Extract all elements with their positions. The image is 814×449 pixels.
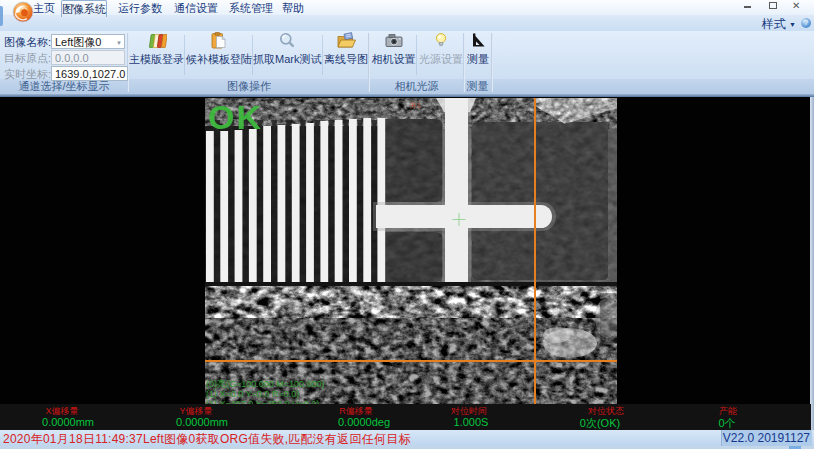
svg-text:OK: OK: [208, 98, 263, 136]
svg-text:(0)亮(G=100.000 M=100.000): (0)亮(G=100.000 M=100.000): [206, 379, 325, 389]
svg-text:(1) X=0.0 Y=0.0 R=0.0): (1) X=0.0 Y=0.0 R=0.0): [206, 389, 299, 399]
svg-text:升1: 升1: [410, 102, 421, 109]
